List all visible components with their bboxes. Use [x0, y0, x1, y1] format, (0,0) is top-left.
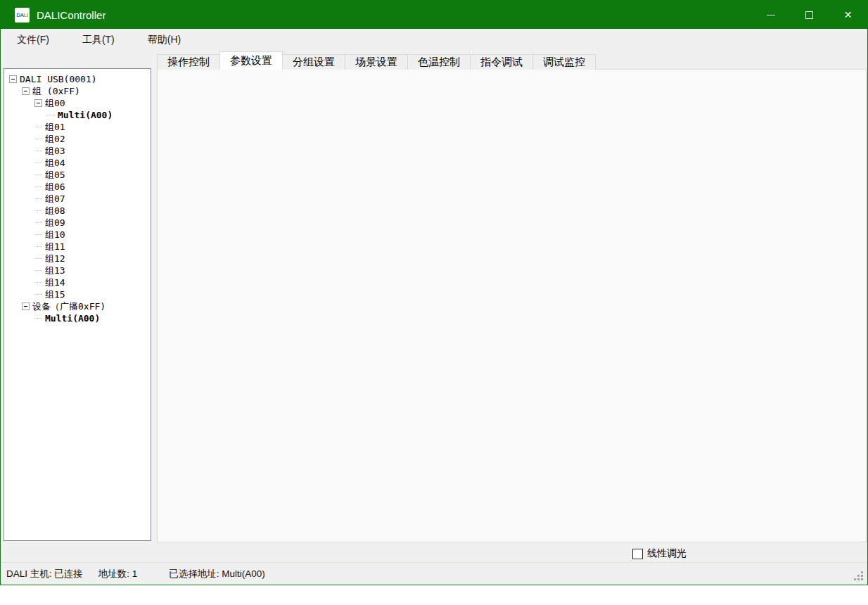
menu-file[interactable]: 文件(F) — [8, 30, 58, 50]
tab-scene-settings[interactable]: 场景设置 — [345, 54, 408, 70]
tree-item-group-06[interactable]: 组06 — [4, 181, 151, 193]
maximize-button[interactable] — [790, 1, 829, 29]
tree-item-device-broadcast[interactable]: 设备（广播0xFF) — [4, 300, 151, 312]
tree-item-group-13[interactable]: 组13 — [4, 265, 151, 276]
tree-connector — [34, 186, 42, 187]
collapse-icon[interactable] — [9, 75, 17, 83]
tab-debug-monitor[interactable]: 调试监控 — [532, 54, 596, 70]
status-bar: DALI 主机: 已连接 地址数: 1 已选择地址: Multi(A00) — [1, 562, 867, 585]
checkbox-label: 线性调光 — [647, 547, 687, 560]
tree-connector — [34, 222, 42, 223]
tree-item-multi-a00[interactable]: Multi(A00) — [4, 109, 151, 121]
tree-item-group-03[interactable]: 组03 — [4, 145, 151, 157]
tree-connector — [34, 174, 42, 175]
app-icon: DALI — [15, 8, 30, 23]
collapse-icon[interactable] — [22, 302, 30, 310]
tree-connector — [34, 151, 42, 151]
tree-item-group-10[interactable]: 组10 — [4, 229, 151, 241]
statusbar-address-count: 地址数: 1 — [98, 568, 138, 580]
close-button[interactable]: ✕ — [829, 1, 867, 29]
tree-connector — [47, 115, 55, 115]
maximize-icon — [805, 11, 813, 19]
close-icon: ✕ — [844, 10, 853, 20]
tree-item-group-root[interactable]: 组 (0xFF) — [4, 85, 151, 97]
tree-item-group-09[interactable]: 组09 — [4, 217, 151, 229]
linear-dimming-checkbox[interactable]: 线性调光 — [632, 547, 687, 560]
collapse-icon[interactable] — [22, 87, 30, 95]
tree-connector — [34, 282, 42, 283]
parameter-settings-page — [157, 69, 867, 542]
tab-parameter-settings[interactable]: 参数设置 — [219, 51, 283, 70]
checkbox-icon[interactable] — [632, 549, 643, 559]
tree-item-dali-usb[interactable]: DALI USB(0001) — [4, 73, 151, 85]
tree-item-group-08[interactable]: 组08 — [4, 205, 151, 217]
tree-connector — [34, 234, 42, 235]
tree-item-group-14[interactable]: 组14 — [4, 276, 151, 288]
menu-bar: 文件(F) 工具(T) 帮助(H) — [1, 29, 867, 51]
tree-item-group-05[interactable]: 组05 — [4, 169, 151, 181]
tab-operation-control[interactable]: 操作控制 — [157, 54, 220, 70]
tab-command-debug[interactable]: 指令调试 — [470, 54, 533, 70]
tree-item-group-12[interactable]: 组12 — [4, 253, 151, 265]
window-controls: ✕ — [751, 1, 867, 29]
tree-connector — [34, 246, 42, 247]
menu-tools[interactable]: 工具(T) — [73, 30, 124, 50]
window-title: DALIController — [37, 9, 106, 21]
tree-connector — [34, 127, 42, 127]
menu-help[interactable]: 帮助(H) — [139, 30, 190, 50]
screenshot-stage: DALI DALIController ✕ 文件(F) 工具(T) 帮助(H) … — [0, 0, 868, 605]
app-window: DALI DALIController ✕ 文件(F) 工具(T) 帮助(H) … — [0, 0, 868, 585]
tree-connector — [34, 258, 42, 259]
minimize-button[interactable] — [751, 1, 790, 29]
statusbar-selected-address: 已选择地址: Multi(A00) — [169, 568, 265, 580]
tree-item-group-00[interactable]: 组00 — [4, 97, 151, 109]
tree-item-multi-a00-2[interactable]: Multi(A00) — [4, 312, 151, 324]
tree-item-group-04[interactable]: 组04 — [4, 157, 151, 169]
title-bar[interactable]: DALI DALIController ✕ — [1, 1, 867, 29]
tree-connector — [34, 294, 42, 295]
tree-item-group-11[interactable]: 组11 — [4, 241, 151, 253]
tree-connector — [34, 270, 42, 271]
tree-item-group-02[interactable]: 组02 — [4, 133, 151, 145]
tree-connector — [34, 210, 42, 211]
tree-connector — [34, 163, 42, 163]
tree-item-group-07[interactable]: 组07 — [4, 193, 151, 205]
device-tree[interactable]: DALI USB(0001) 组 (0xFF) 组00 Multi(A00) 组… — [4, 68, 151, 541]
resize-grip[interactable] — [861, 578, 863, 580]
minimize-icon — [767, 15, 775, 15]
tab-grouping-settings[interactable]: 分组设置 — [282, 54, 345, 70]
tree-connector — [34, 318, 42, 319]
tree-connector — [34, 198, 42, 199]
tree-connector — [34, 139, 42, 139]
collapse-icon[interactable] — [34, 99, 42, 107]
tab-color-temp-control[interactable]: 色温控制 — [407, 54, 471, 70]
tree-item-group-01[interactable]: 组01 — [4, 121, 151, 133]
tree-item-group-15[interactable]: 组15 — [4, 288, 151, 300]
tab-strip: 操作控制 参数设置 分组设置 场景设置 色温控制 指令调试 调试监控 — [157, 51, 595, 70]
statusbar-host: DALI 主机: 已连接 — [6, 568, 83, 580]
